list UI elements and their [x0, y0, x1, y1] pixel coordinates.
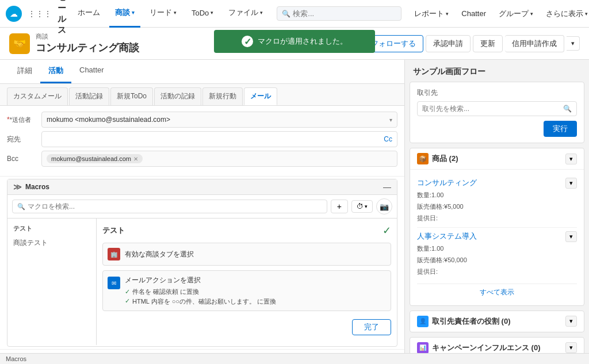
- products-section-header: 📦 商品 (2) ▾: [410, 148, 584, 170]
- products-section-icon: 📦: [417, 153, 429, 164]
- nav-leads[interactable]: リード ▾: [144, 0, 182, 28]
- search-box[interactable]: 🔍: [277, 6, 401, 21]
- macros-toolbar: 🔍 + ⏱ ▾ 📷: [7, 195, 397, 219]
- macros-camera-btn[interactable]: 📷: [376, 198, 392, 214]
- todo-chevron: ▾: [211, 10, 213, 16]
- contact-section: 👤 取引先責任者の役割 (0) ▾: [410, 311, 584, 332]
- left-panel: 詳細 活動 Chatter カスタムメール 活動記録 新規ToDo 活動の記録: [0, 60, 405, 364]
- check2-icon: ✓: [125, 297, 130, 305]
- macros-step2-content: メールアクションを選択 ✓ 件名を 確認依頼 に置換 ✓ HTML 内容を ○○…: [125, 275, 276, 306]
- macros-minimize-btn[interactable]: —: [383, 182, 391, 191]
- product-2-dropdown-btn[interactable]: ▾: [565, 231, 577, 242]
- expand-icon: ≫: [13, 182, 22, 191]
- account-label: 取引先: [417, 88, 577, 98]
- product-2-link[interactable]: 人事システム導入: [417, 231, 477, 242]
- search-icon: 🔍: [282, 10, 290, 18]
- main-layout: 詳細 活動 Chatter カスタムメール 活動記録 新規ToDo 活動の記録: [0, 60, 589, 364]
- macros-done-btn[interactable]: 完了: [352, 319, 391, 335]
- check1-icon: ✓: [125, 288, 130, 296]
- activity-tab-history[interactable]: 活動記録: [69, 87, 109, 105]
- account-search-input[interactable]: [422, 105, 563, 113]
- macros-search-box[interactable]: 🔍: [12, 200, 327, 213]
- macros-step1-icon: 🏢: [108, 248, 120, 260]
- macros-add-btn[interactable]: +: [331, 200, 348, 213]
- macros-step1-label: 有効な商談タブを選択: [125, 250, 194, 259]
- macros-title: ≫ Macros: [13, 182, 49, 191]
- nav-files[interactable]: ファイル ▾: [223, 0, 269, 28]
- activity-tab-log[interactable]: 活動の記録: [154, 87, 201, 105]
- macros-step2-icon: ✉: [108, 277, 120, 289]
- page-subtitle: 商談: [36, 32, 139, 41]
- sender-field[interactable]: mokumo <mokumo@sustainalead.com> ▾: [41, 112, 397, 128]
- leads-chevron: ▾: [174, 10, 177, 16]
- nav-report[interactable]: レポート ▾: [410, 0, 453, 28]
- approve-button[interactable]: 承認申請: [426, 35, 471, 52]
- bcc-remove-icon[interactable]: ✕: [133, 156, 138, 162]
- account-search-icon: 🔍: [563, 105, 572, 113]
- products-section: 📦 商品 (2) ▾ コンサルティング 数量:1.00 販売価格:¥5,000 …: [410, 148, 584, 306]
- page-header-left: 🤝 商談 コンサルティング商談: [9, 32, 139, 55]
- tab-activity[interactable]: 活動: [40, 60, 71, 83]
- right-panel-title: サンプル画面フロー: [405, 60, 589, 82]
- sender-chevron-icon: ▾: [389, 117, 392, 123]
- macros-step1: 🏢 有効な商談タブを選択: [102, 243, 391, 266]
- macros-clock-icon: ⏱: [357, 202, 364, 210]
- nav-chatter[interactable]: Chatter: [457, 0, 491, 28]
- products-dropdown-btn[interactable]: ▾: [565, 154, 577, 164]
- campaign-section-title: 📊 キャンペーンインフルエンス (0): [417, 342, 541, 354]
- header-dropdown-btn[interactable]: ▾: [567, 36, 580, 51]
- activity-tab-newaction[interactable]: 新規行動: [202, 87, 243, 105]
- campaign-dropdown-btn[interactable]: ▾: [565, 342, 577, 353]
- campaign-section-icon: 📊: [417, 342, 429, 354]
- page-title: コンサルティング商談: [36, 41, 139, 55]
- sender-row: **送信者 mokumo <mokumo@sustainalead.com> ▾: [7, 112, 397, 128]
- tab-chatter[interactable]: Chatter: [71, 60, 112, 83]
- bcc-row: Bcc mokumo@sustainalead.com ✕: [7, 151, 397, 167]
- bcc-tag: mokumo@sustainalead.com ✕: [47, 154, 143, 163]
- toast-checkmark-icon: ✓: [242, 36, 253, 47]
- page-header-actions: + フォローする 承認申請 更新 信用申請作成 ▾: [357, 35, 580, 52]
- bcc-label: Bcc: [7, 155, 41, 163]
- contact-dropdown-btn[interactable]: ▾: [565, 316, 577, 327]
- macros-header: ≫ Macros —: [7, 179, 397, 195]
- salesforce-logo: ☁: [6, 6, 22, 22]
- product-1-detail: 数量:1.00 販売価格:¥5,000 提供日:: [417, 190, 477, 224]
- nav-home[interactable]: ホーム: [72, 0, 106, 28]
- product-2-detail: 数量:1.00 販売価格:¥50,000 提供日:: [417, 243, 477, 277]
- macros-detail-header: テスト ✓: [102, 224, 391, 237]
- contact-section-header: 👤 取引先責任者の役割 (0) ▾: [410, 311, 584, 332]
- page-title-area: 商談 コンサルティング商談: [36, 32, 139, 55]
- macros-check-icon: ✓: [383, 224, 391, 237]
- macros-options-btn[interactable]: ⏱ ▾: [351, 200, 373, 213]
- activity-tabs: カスタムメール 活動記録 新規ToDo 活動の記録 新規行動 メール: [0, 84, 404, 106]
- credit-button[interactable]: 信用申請作成: [505, 35, 564, 52]
- activity-tab-email[interactable]: メール: [244, 87, 277, 105]
- macros-step2-label: メールアクションを選択: [125, 275, 276, 285]
- account-search-field[interactable]: 🔍: [417, 101, 577, 116]
- activity-tab-customemail[interactable]: カスタムメール: [7, 87, 68, 105]
- nav-deals[interactable]: 商談 ▾: [109, 0, 140, 28]
- bcc-field[interactable]: mokumo@sustainalead.com ✕: [41, 151, 397, 167]
- nav-more[interactable]: さらに表示 ▾: [541, 0, 589, 28]
- update-button[interactable]: 更新: [473, 35, 503, 52]
- product-1-dropdown-btn[interactable]: ▾: [565, 178, 577, 189]
- grid-icon[interactable]: ⋮⋮⋮: [25, 7, 54, 21]
- status-bar: Macros: [0, 353, 589, 364]
- tab-detail[interactable]: 詳細: [9, 60, 40, 83]
- macros-list-item[interactable]: 商談テスト: [7, 235, 96, 251]
- nav-groups[interactable]: グループ ▾: [494, 0, 538, 28]
- macros-search-input[interactable]: [28, 202, 322, 210]
- nav-todo[interactable]: ToDo ▾: [186, 0, 219, 28]
- to-field[interactable]: Cc: [41, 131, 397, 147]
- page-icon: 🤝: [9, 33, 30, 54]
- show-all-link[interactable]: すべて表示: [417, 283, 577, 301]
- macros-step2-sub1: ✓ 件名を 確認依頼 に置換: [125, 288, 276, 296]
- macros-list-group: テスト: [7, 221, 96, 235]
- files-chevron: ▾: [260, 10, 263, 16]
- product-1-link[interactable]: コンサルティング: [417, 178, 477, 188]
- execute-btn[interactable]: 実行: [544, 121, 577, 137]
- cc-label[interactable]: Cc: [384, 135, 392, 143]
- search-input[interactable]: [293, 9, 396, 18]
- activity-tab-newtodo[interactable]: 新規ToDo: [110, 87, 153, 105]
- macros-detail: テスト ✓ 🏢 有効な商談タブを選択 ✉ メールアクションを選択: [97, 219, 397, 345]
